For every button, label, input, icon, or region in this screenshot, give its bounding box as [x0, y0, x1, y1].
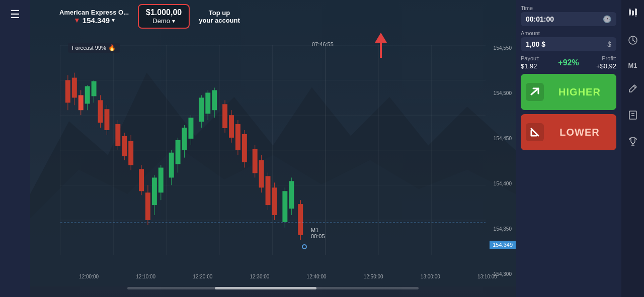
svg-rect-68 — [259, 160, 264, 188]
candlestick-view-icon[interactable] — [627, 8, 638, 21]
svg-line-91 — [633, 40, 635, 42]
svg-rect-42 — [158, 168, 164, 193]
book-icon[interactable] — [628, 110, 638, 123]
amount-input-row[interactable]: 1,00 $ $ — [521, 37, 616, 51]
balance-chevron-icon: ▾ — [172, 18, 175, 25]
svg-rect-38 — [145, 192, 150, 220]
m1-timeframe-label[interactable]: M1 — [628, 62, 637, 69]
balance-box[interactable]: $1.000,00 Demo ▾ — [138, 4, 190, 29]
asset-price: 154.349 — [83, 16, 110, 25]
xaxis-label-2: 12:10:00 — [136, 274, 155, 279]
asset-chevron-icon: ▾ — [112, 17, 115, 24]
svg-rect-16 — [65, 80, 70, 103]
chart-topbar: American Express O... ▼ 154.349 ▾ $1.000… — [30, 0, 516, 33]
higher-arrow-icon — [526, 83, 544, 101]
forecast-badge: Forecast 99% 🔥 — [68, 43, 120, 53]
xaxis-label-3: 12:20:00 — [193, 274, 212, 279]
top-up-section[interactable]: Top up your account — [199, 9, 240, 24]
lower-label: LOWER — [548, 127, 611, 138]
xaxis-label-6: 12:50:00 — [364, 274, 383, 279]
time-input-row[interactable]: 00:01:00 🕐 — [521, 12, 616, 26]
yaxis-label-4: 154,400 — [494, 181, 512, 186]
svg-rect-46 — [176, 140, 181, 164]
svg-line-92 — [633, 86, 635, 88]
yaxis-label-3: 154,450 — [494, 136, 512, 141]
forecast-label: Forecast 99% — [72, 45, 106, 51]
balance-amount: $1.000,00 — [146, 8, 182, 17]
svg-rect-80 — [629, 10, 631, 15]
svg-rect-20 — [78, 95, 84, 110]
chart-scrollbar[interactable] — [127, 287, 419, 289]
svg-rect-74 — [282, 191, 287, 222]
time-label: Time — [521, 5, 616, 11]
xaxis-label-4: 12:30:00 — [250, 274, 269, 279]
edit-icon[interactable] — [628, 83, 638, 96]
m1-time: 00:05 — [311, 233, 325, 239]
svg-rect-22 — [85, 86, 90, 104]
lower-arrow-icon — [526, 123, 544, 141]
history-clock-icon[interactable] — [628, 35, 638, 48]
price-dot — [302, 244, 307, 249]
time-value: 00:01:00 — [526, 15, 600, 23]
far-right-panel: M1 — [621, 0, 644, 297]
svg-rect-44 — [169, 153, 174, 178]
svg-rect-66 — [253, 149, 258, 173]
svg-rect-62 — [235, 124, 240, 150]
yaxis-label-5: 154,350 — [494, 226, 512, 232]
m1-text: M1 — [311, 227, 318, 233]
svg-rect-28 — [104, 109, 109, 130]
right-panel: Time 00:01:00 🕐 Amount 1,00 $ $ Payout: … — [516, 0, 621, 297]
xaxis-label-7: 13:00:00 — [421, 274, 440, 279]
higher-button[interactable]: HIGHER — [521, 74, 616, 110]
svg-rect-58 — [222, 104, 227, 128]
svg-rect-83 — [632, 11, 634, 15]
svg-rect-24 — [92, 81, 97, 96]
svg-rect-70 — [266, 176, 271, 205]
asset-selector[interactable]: American Express O... ▼ 154.349 ▾ — [59, 9, 129, 25]
svg-rect-76 — [289, 181, 294, 209]
svg-rect-26 — [98, 100, 103, 123]
svg-rect-52 — [199, 97, 204, 122]
y-axis: 154,550 154,500 154,450 154,400 154,350 … — [494, 45, 512, 277]
yaxis-label-2: 154,500 — [494, 90, 512, 96]
asset-name: American Express O... — [59, 9, 129, 16]
svg-rect-72 — [272, 187, 277, 215]
annotation-arrow — [375, 33, 387, 58]
trophy-icon[interactable] — [628, 137, 638, 149]
svg-rect-50 — [188, 118, 193, 139]
svg-rect-32 — [122, 136, 127, 156]
currency-icon: $ — [607, 40, 611, 48]
chart-area: Forecast 99% 🔥 07:46:55 American Express… — [30, 0, 516, 297]
xaxis-label-8: 13:10:00 — [477, 274, 497, 279]
profit-value: +$0,92 — [586, 62, 616, 70]
payout-label: Payout: — [521, 55, 551, 61]
amount-label: Amount — [521, 30, 616, 36]
hamburger-menu-icon[interactable]: ☰ — [10, 9, 20, 20]
svg-rect-93 — [629, 111, 636, 119]
xaxis-label-1: 12:00:00 — [79, 274, 99, 279]
svg-rect-86 — [635, 9, 637, 15]
left-sidebar: ☰ — [0, 0, 30, 297]
top-up-line2: your account — [199, 17, 240, 24]
balance-demo-label: Demo — [152, 17, 170, 25]
payout-percent: +92% — [553, 57, 584, 68]
svg-rect-40 — [152, 177, 157, 205]
payout-value: $1,92 — [521, 62, 551, 70]
chart-time-label: 07:46:55 — [312, 41, 334, 47]
x-axis: 12:00:00 12:10:00 12:20:00 12:30:00 12:4… — [60, 274, 516, 279]
m1-candle-label: M1 00:05 — [311, 227, 325, 239]
scrollbar-thumb[interactable] — [215, 287, 317, 289]
clock-input-icon: 🕐 — [603, 15, 611, 23]
svg-rect-48 — [182, 128, 187, 150]
candlestick-chart — [60, 45, 486, 255]
svg-rect-54 — [205, 92, 210, 114]
profit-label: Profit: — [586, 55, 616, 61]
svg-rect-36 — [139, 169, 144, 191]
amount-value: 1,00 $ — [526, 40, 604, 48]
lower-button[interactable]: LOWER — [521, 114, 616, 150]
fire-icon: 🔥 — [108, 44, 116, 51]
svg-rect-60 — [229, 115, 234, 138]
yaxis-label-1: 154,550 — [494, 45, 512, 51]
arrow-up-icon — [375, 33, 387, 43]
svg-rect-56 — [212, 90, 217, 110]
